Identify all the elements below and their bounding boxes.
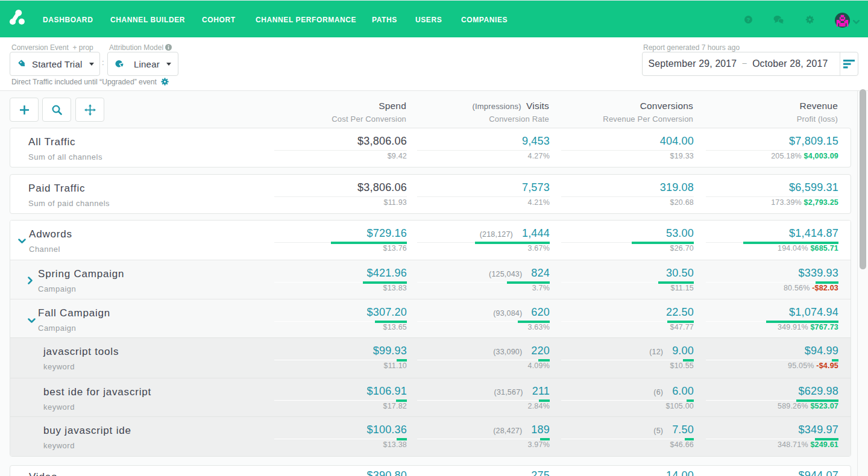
svg-text:?: ? bbox=[747, 16, 750, 23]
